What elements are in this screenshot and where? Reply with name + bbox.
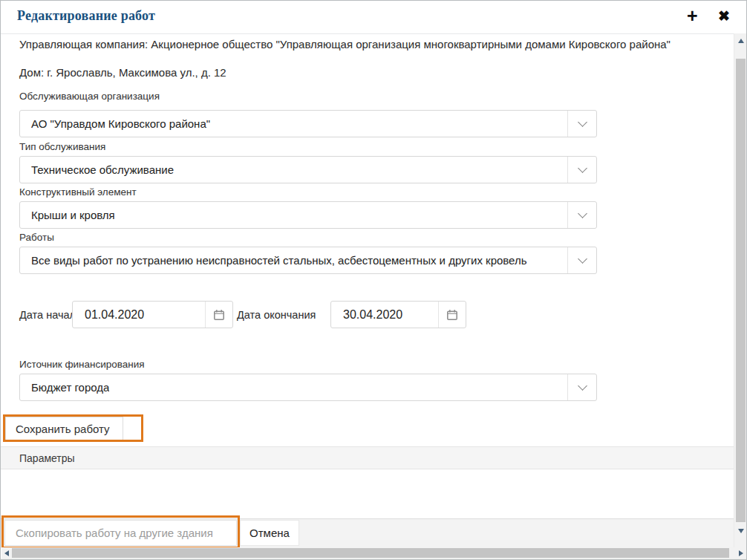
structural-element-select[interactable]: Крыши и кровля [19,201,597,229]
service-org-value: АО "Управдом Кировского района" [20,117,210,130]
scroll-right-icon[interactable] [736,547,746,559]
service-type-value: Техническое обслуживание [20,163,174,176]
scroll-down-icon[interactable] [734,525,747,537]
date-end-label: Дата окончания [237,309,316,321]
date-end-input[interactable]: 30.04.2020 [330,301,466,328]
funding-label: Источник финансирования [19,359,145,370]
service-org-label: Обслуживающая организация [19,91,160,102]
works-value: Все виды работ по устранению неисправнос… [20,254,527,267]
chevron-down-icon [567,111,596,137]
vertical-scrollbar[interactable] [734,33,747,547]
funding-select[interactable]: Бюджет города [19,374,597,401]
close-icon[interactable]: ✖ [718,9,730,23]
horizontal-scrollbar[interactable] [1,547,746,559]
chevron-down-icon [567,374,596,400]
works-select[interactable]: Все виды работ по устранению неисправнос… [19,247,597,274]
dialog-header: Редактирование работ + ✖ [1,1,734,34]
house-text: Дом: г. Ярославль, Максимова ул., д. 12 [19,66,725,79]
parameters-section-header: Параметры [1,446,734,469]
scroll-left-icon[interactable] [1,547,12,559]
save-work-button[interactable]: Сохранить работу [5,417,123,440]
calendar-icon[interactable] [205,302,232,328]
structural-element-value: Крыши и кровля [20,209,115,221]
service-org-select[interactable]: АО "Управдом Кировского района" [19,110,597,137]
structural-element-label: Конструктивный элемент [19,186,137,198]
chevron-down-icon [567,247,596,273]
date-start-input[interactable]: 01.04.2020 [72,301,233,328]
calendar-icon[interactable] [438,302,466,328]
add-icon[interactable]: + [687,7,698,25]
funding-value: Бюджет города [20,381,109,394]
works-label: Работы [19,232,54,243]
service-type-select[interactable]: Техническое обслуживание [19,156,597,183]
copy-work-button[interactable]: Скопировать работу на другие здания [4,520,237,546]
chevron-down-icon [567,202,596,228]
management-company-text: Управляющая компания: Акционерное общест… [19,38,725,51]
date-start-value: 01.04.2020 [73,302,205,328]
date-end-value: 30.04.2020 [331,302,438,328]
vertical-scrollbar-thumb[interactable] [736,59,746,522]
horizontal-scrollbar-thumb[interactable] [12,548,729,558]
service-type-label: Тип обслуживания [19,141,105,152]
edit-work-dialog: Редактирование работ + ✖ Управляющая ком… [0,0,747,560]
chevron-down-icon [567,157,596,183]
scroll-up-icon[interactable] [734,35,747,47]
cancel-button[interactable]: Отмена [240,520,299,546]
dialog-title: Редактирование работ [17,8,155,24]
